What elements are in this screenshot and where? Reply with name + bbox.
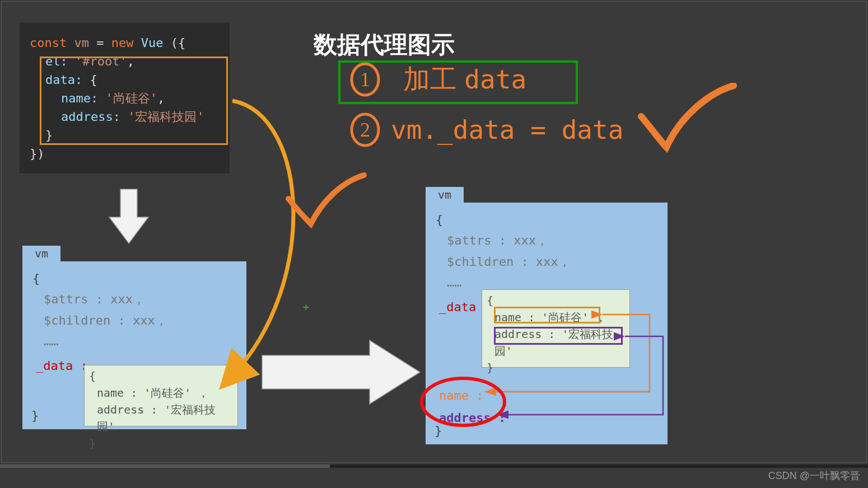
vm-box-left: vm { $attrs : xxx， $children : xxx， …… _… bbox=[22, 261, 246, 429]
vm-dots: …… bbox=[32, 331, 236, 351]
databox-address: address : '宏福科技园' bbox=[89, 401, 233, 435]
close-call: }) bbox=[30, 147, 45, 161]
kw-new: new bbox=[111, 36, 134, 50]
plus-marker: + bbox=[303, 301, 309, 313]
checkmark-small-icon bbox=[280, 171, 370, 238]
kw-const: const bbox=[30, 36, 67, 50]
vm-left-tab: vm bbox=[22, 246, 60, 261]
brace-close: } bbox=[31, 405, 39, 426]
progress-bar[interactable] bbox=[0, 464, 868, 468]
vm-children: $children : xxx， bbox=[32, 310, 236, 331]
arrow-down-icon bbox=[106, 186, 151, 248]
databox-name: name : '尚硅谷' ， bbox=[89, 384, 233, 401]
checkmark-big-icon bbox=[633, 83, 745, 161]
step1-text: 加工 data bbox=[403, 62, 526, 97]
vm-right-tab: vm bbox=[426, 187, 464, 203]
databox-open: { bbox=[89, 368, 233, 384]
red-circle-annotation bbox=[416, 374, 511, 430]
open-call: ({ bbox=[171, 36, 186, 50]
watermark: CSDN @一叶飘零晋 bbox=[768, 469, 860, 482]
progress-buffer bbox=[0, 464, 330, 468]
data-box-left: { name : '尚硅谷' ， address : '宏福科技园' } bbox=[84, 365, 238, 426]
code-data-highlight bbox=[40, 57, 228, 145]
data-key: _data : bbox=[36, 359, 88, 373]
vm-attrs: $attrs : xxx， bbox=[32, 289, 236, 309]
var-vm: vm bbox=[74, 36, 89, 50]
eq: = bbox=[96, 36, 111, 50]
brace-open: { bbox=[32, 268, 236, 289]
step2-text: vm._data = data bbox=[391, 115, 623, 145]
databox-close: } bbox=[89, 435, 233, 452]
class-vue: Vue bbox=[141, 36, 164, 50]
svg-point-4 bbox=[422, 378, 505, 425]
